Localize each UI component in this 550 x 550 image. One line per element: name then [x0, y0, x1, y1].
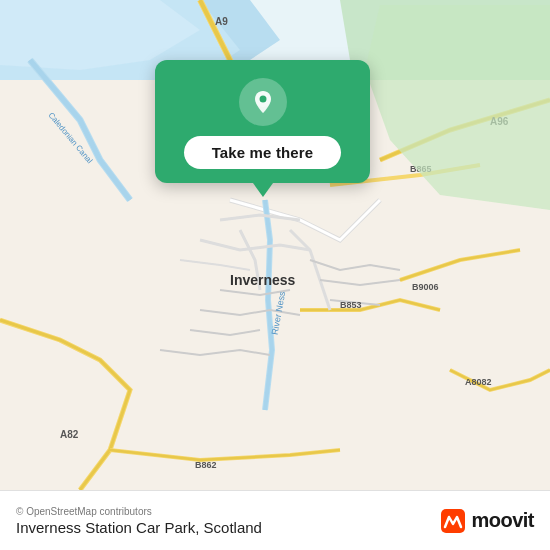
- location-icon-circle: [239, 78, 287, 126]
- moovit-logo: moovit: [439, 507, 534, 535]
- svg-text:Inverness: Inverness: [230, 272, 296, 288]
- svg-text:A8082: A8082: [465, 377, 492, 387]
- svg-text:B9006: B9006: [412, 282, 439, 292]
- svg-text:A9: A9: [215, 16, 228, 27]
- moovit-icon: [439, 507, 467, 535]
- location-pin-icon: [249, 88, 277, 116]
- location-popup: Take me there: [155, 60, 370, 183]
- svg-text:A82: A82: [60, 429, 79, 440]
- osm-attribution: © OpenStreetMap contributors: [16, 506, 262, 517]
- location-name: Inverness Station Car Park, Scotland: [16, 519, 262, 536]
- moovit-text: moovit: [471, 509, 534, 532]
- svg-text:B862: B862: [195, 460, 217, 470]
- map-view[interactable]: A9 A96 B865 B9006 B853 A82 B862 A8082 In…: [0, 0, 550, 490]
- take-me-there-button[interactable]: Take me there: [184, 136, 342, 169]
- bottom-bar: © OpenStreetMap contributors Inverness S…: [0, 490, 550, 550]
- svg-rect-16: [441, 509, 465, 533]
- location-info: © OpenStreetMap contributors Inverness S…: [16, 506, 262, 536]
- svg-text:B853: B853: [340, 300, 362, 310]
- svg-point-15: [259, 96, 266, 103]
